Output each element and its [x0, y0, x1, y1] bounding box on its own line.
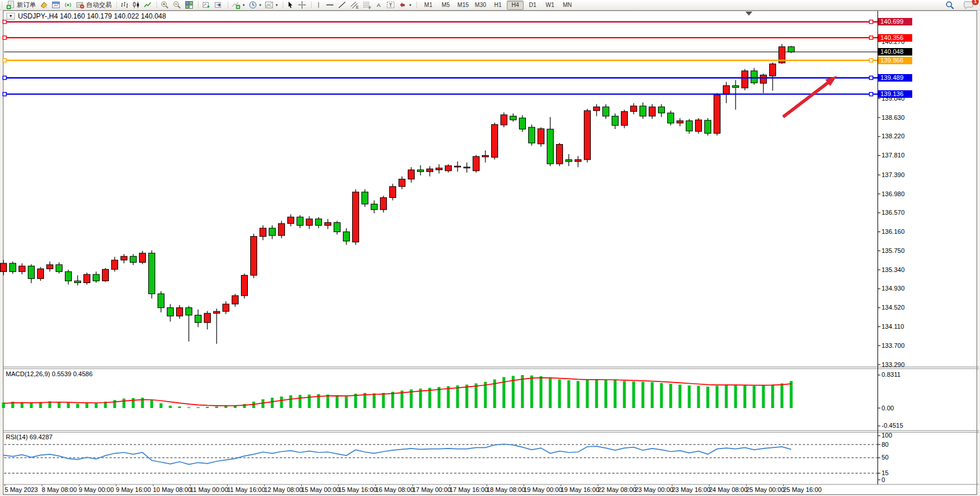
- trendline-tool[interactable]: [336, 1, 348, 9]
- arrows-tool[interactable]: ▾: [397, 1, 414, 9]
- auto-scroll-button[interactable]: [200, 1, 213, 9]
- bear-candle: [612, 116, 619, 126]
- time-tick-label: 9 May 00:00: [79, 486, 114, 493]
- bull-candle: [214, 311, 220, 313]
- crosshair-icon: [298, 1, 306, 9]
- autotrade-icon: [76, 1, 85, 9]
- tile-windows-button[interactable]: [183, 1, 195, 9]
- bear-candle: [56, 264, 63, 271]
- bear-candle: [316, 219, 322, 225]
- time-tick-label: 8 May 08:00: [42, 486, 77, 493]
- time-tick-label: 9 May 16:00: [116, 486, 151, 493]
- timeframe-mn[interactable]: MN: [559, 1, 576, 10]
- fibonacci-tool[interactable]: F: [361, 1, 374, 9]
- timeframe-m5[interactable]: M5: [437, 1, 454, 10]
- chart-window-icon: [52, 1, 60, 9]
- line-handle[interactable]: [3, 76, 6, 79]
- time-tick-label: 23 May 16:00: [672, 486, 711, 493]
- rsi-tick-label: 0: [882, 476, 885, 483]
- one-click-trading-toggle-icon[interactable]: ▼: [6, 13, 15, 20]
- time-tick-label: 22 May 08:00: [598, 486, 637, 493]
- line-handle[interactable]: [3, 58, 6, 62]
- bear-candle: [510, 116, 517, 120]
- cursor-icon: [287, 1, 294, 9]
- line-handle[interactable]: [869, 76, 873, 79]
- macd-histogram: [2, 375, 793, 408]
- crosshair-tool-button[interactable]: [296, 1, 308, 9]
- candlestick-series: [1, 44, 795, 344]
- search-icon[interactable]: [944, 1, 956, 9]
- text-label-tool[interactable]: T: [385, 1, 397, 9]
- hline-icon: [326, 1, 334, 9]
- zoom-out-button[interactable]: [171, 1, 183, 9]
- bull-candle: [575, 160, 582, 161]
- bull-candle: [353, 192, 359, 242]
- line-handle[interactable]: [869, 58, 873, 62]
- new-order-button[interactable]: 新订单: [4, 1, 38, 9]
- bull-candle: [501, 115, 507, 125]
- bull-candle: [325, 223, 331, 226]
- line-handle[interactable]: [3, 93, 6, 96]
- trend-arrow-annotation[interactable]: [783, 82, 829, 117]
- timeframe-m30[interactable]: M30: [472, 1, 489, 10]
- mt4-terminal: 新订单自动交易▾▾▾EFAT▾ M1M5M15M30H1H4D1W1MN 1 ▼…: [0, 0, 980, 496]
- timeframe-h1[interactable]: H1: [489, 1, 506, 10]
- timeframe-d1[interactable]: D1: [524, 1, 541, 10]
- bull-candle: [306, 219, 313, 225]
- bear-candle: [130, 256, 137, 262]
- timeframe-m15[interactable]: M15: [455, 1, 471, 10]
- bull-candle: [770, 64, 776, 76]
- chart-canvas[interactable]: [0, 0, 980, 496]
- bull-candle: [279, 223, 285, 236]
- toolbar-button-label: 新订单: [17, 1, 36, 9]
- templates-button[interactable]: ▾: [263, 1, 280, 9]
- line-handle[interactable]: [3, 36, 6, 39]
- bear-candle: [529, 127, 535, 143]
- svg-text:T: T: [389, 2, 392, 8]
- toolbar-right: 1: [944, 1, 980, 9]
- line-chart-mode-button[interactable]: [142, 1, 153, 9]
- text-tool[interactable]: A: [374, 1, 385, 9]
- autoscroll-icon: [202, 1, 211, 9]
- bull-candle: [538, 128, 544, 144]
- bull-candle: [677, 121, 683, 123]
- rsi-tick-label: 80: [882, 441, 888, 448]
- line-handle[interactable]: [869, 93, 873, 96]
- timeframe-m1[interactable]: M1: [420, 1, 437, 10]
- zoom-in-button[interactable]: [159, 1, 171, 9]
- indicators-button[interactable]: ▾: [230, 1, 247, 9]
- equidistant-channel-tool[interactable]: E: [348, 1, 361, 9]
- time-tick-label: 10 May 08:00: [153, 486, 192, 493]
- timeframe-toolbar: M1M5M15M30H1H4D1W1MN: [414, 1, 577, 10]
- line-handle[interactable]: [869, 20, 873, 24]
- bull-candle: [714, 95, 721, 133]
- open-chart-button[interactable]: [50, 1, 62, 9]
- toolbar-group: [155, 0, 196, 10]
- timeframe-h4[interactable]: H4: [507, 1, 524, 10]
- timeframe-w1[interactable]: W1: [542, 1, 558, 10]
- main-toolbar: 新订单自动交易▾▾▾EFAT▾ M1M5M15M30H1H4D1W1MN 1: [0, 0, 980, 10]
- time-tick-label: 11 May 16:00: [227, 486, 265, 493]
- line-handle[interactable]: [869, 36, 873, 39]
- bear-candle: [686, 121, 693, 131]
- bull-candle: [473, 156, 480, 171]
- styler-button[interactable]: [38, 1, 50, 9]
- candles-icon: [132, 1, 140, 9]
- periods-button[interactable]: ▾: [247, 1, 264, 9]
- bear-candle: [10, 263, 16, 271]
- bull-candle: [760, 75, 767, 83]
- macd-tick-label: -0.4515: [882, 422, 903, 429]
- candlestick-mode-button[interactable]: [130, 1, 142, 9]
- signals-button[interactable]: [62, 1, 74, 9]
- autotrading-button[interactable]: 自动交易: [74, 1, 114, 9]
- horizontal-line-tool[interactable]: [324, 1, 336, 9]
- channel-icon: E: [350, 1, 359, 9]
- line-handle[interactable]: [3, 20, 6, 24]
- notifications-icon[interactable]: 1: [962, 1, 975, 9]
- vertical-line-tool[interactable]: [313, 1, 324, 9]
- bar-chart-mode-button[interactable]: [119, 1, 130, 9]
- cursor-tool-button[interactable]: [285, 1, 296, 9]
- text-label-icon: T: [386, 1, 395, 9]
- chart-shift-button[interactable]: [213, 1, 225, 9]
- bear-candle: [65, 271, 72, 281]
